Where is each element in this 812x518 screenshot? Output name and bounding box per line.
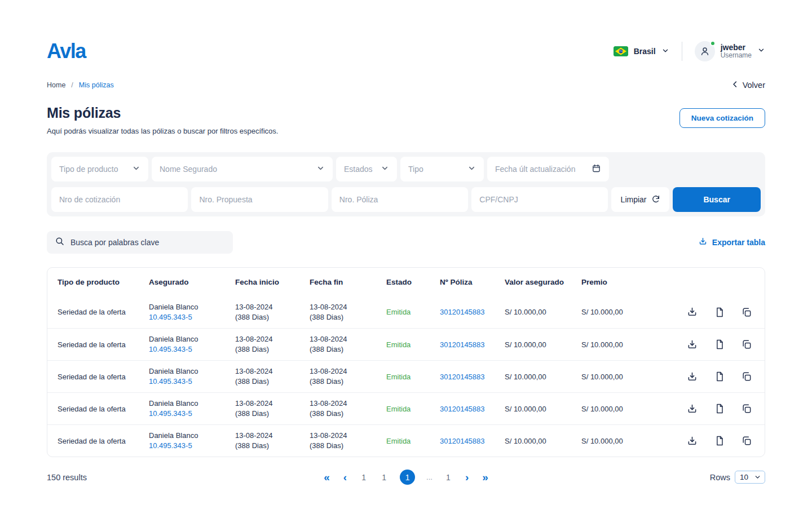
copy-icon (741, 307, 752, 318)
chevron-down-icon (467, 164, 476, 175)
copy-icon (741, 435, 752, 446)
poliza-number-link[interactable]: 30120145883 (440, 405, 505, 413)
filter-tipo-de-producto[interactable]: Tipo de producto (51, 157, 148, 181)
filter-panel: Tipo de producto Nome Segurado Estados T… (47, 152, 765, 216)
cell-valor-asegurado: S/ 10.000,00 (505, 340, 581, 349)
asegurado-id-link[interactable]: 10.495.343-5 (149, 377, 235, 387)
poliza-number-link[interactable]: 30120145883 (440, 373, 505, 381)
download-policy-button[interactable] (686, 306, 698, 318)
copy-policy-button[interactable] (741, 435, 752, 447)
filter-nro-propuesta-field (191, 187, 328, 212)
buscar-button[interactable]: Buscar (673, 187, 761, 212)
rows-per-page: Rows 10 (641, 471, 765, 484)
pagination-page[interactable]: 1 (444, 473, 453, 482)
divider (682, 42, 682, 61)
poliza-number-link[interactable]: 30120145883 (440, 437, 505, 445)
search-input[interactable] (70, 238, 225, 247)
back-link[interactable]: Volver (731, 80, 765, 90)
filter-row-1: Tipo de producto Nome Segurado Estados T… (51, 157, 761, 181)
cell-fecha-fin: 13-08-2024 (388 Dias) (310, 302, 386, 322)
new-quote-button[interactable]: Nueva cotización (679, 108, 765, 128)
cell-valor-asegurado: S/ 10.000,00 (505, 308, 581, 316)
copy-policy-button[interactable] (741, 339, 752, 351)
page: Avla Brasil (0, 0, 812, 518)
copy-icon (741, 339, 752, 350)
cell-premio: S/ 10.000,00 (581, 308, 676, 316)
cell-tipo-producto: Seriedad de la oferta (58, 308, 149, 316)
row-actions (676, 306, 754, 318)
pagination-next[interactable]: › (464, 472, 470, 482)
locale-label: Brasil (634, 47, 656, 56)
download-policy-button[interactable] (686, 339, 698, 351)
rows-per-page-select[interactable]: 10 (735, 471, 765, 484)
topbar: Avla Brasil (47, 0, 765, 63)
view-document-button[interactable] (714, 339, 725, 351)
filter-tipo[interactable]: Tipo (400, 157, 484, 181)
view-document-button[interactable] (714, 435, 725, 447)
fecha-inicio-date: 13-08-2024 (235, 302, 310, 312)
page-subtitle: Aquí podrás visualizar todas las pólizas… (47, 127, 278, 135)
page-title: Mis pólizas (47, 105, 278, 121)
pagination-first[interactable]: « (323, 472, 331, 482)
status-badge: Emitida (386, 340, 440, 349)
pagination-page[interactable]: 1 (379, 473, 389, 482)
filter-nome-segurado[interactable]: Nome Segurado (152, 157, 333, 181)
export-table-button[interactable]: Exportar tabla (698, 237, 765, 248)
chevron-down-icon (757, 46, 765, 56)
locale-selector[interactable]: Brasil (614, 46, 669, 56)
calendar-icon (592, 163, 601, 175)
copy-policy-button[interactable] (741, 403, 752, 415)
limpiar-button[interactable]: Limpiar (611, 187, 670, 212)
download-policy-button[interactable] (686, 435, 698, 447)
poliza-number-link[interactable]: 30120145883 (440, 340, 505, 349)
document-icon (714, 435, 725, 446)
asegurado-id-link[interactable]: 10.495.343-5 (149, 344, 235, 355)
poliza-number-link[interactable]: 30120145883 (440, 308, 505, 316)
table-row: Seriedad de la oferta Daniela Blanco 10.… (47, 360, 765, 392)
cell-valor-asegurado: S/ 10.000,00 (505, 405, 581, 413)
asegurado-id-link[interactable]: 10.495.343-5 (149, 409, 235, 419)
nro-propuesta-input[interactable] (199, 195, 320, 204)
pagination: « ‹ 1 1 1 ... 1 › » (323, 470, 489, 485)
pagination-page[interactable]: 1 (359, 473, 368, 482)
filter-fecha-actualizacion[interactable]: Fecha últ actualización (487, 157, 609, 181)
view-document-button[interactable] (714, 306, 725, 318)
breadcrumb-home[interactable]: Home (47, 81, 65, 89)
cell-asegurado: Daniela Blanco 10.495.343-5 (149, 302, 235, 322)
document-icon (714, 339, 725, 350)
asegurado-name: Daniela Blanco (149, 399, 235, 409)
view-document-button[interactable] (714, 371, 725, 383)
filter-estados[interactable]: Estados (336, 157, 397, 181)
filter-cpf-cnpj-field (471, 187, 607, 212)
cell-fecha-fin: 13-08-2024 (388 Dias) (310, 334, 386, 354)
pagination-last[interactable]: » (481, 472, 489, 482)
download-policy-button[interactable] (686, 403, 698, 415)
nro-cotizacion-input[interactable] (59, 195, 180, 204)
pagination-page-active[interactable]: 1 (400, 470, 415, 485)
cell-asegurado: Daniela Blanco 10.495.343-5 (149, 366, 235, 386)
cell-fecha-inicio: 13-08-2024 (388 Dias) (235, 399, 310, 418)
nro-poliza-input[interactable] (339, 195, 460, 204)
policies-table: Tipo de producto Asegurado Fecha inicio … (47, 267, 765, 457)
download-policy-button[interactable] (686, 371, 698, 383)
cell-premio: S/ 10.000,00 (581, 437, 676, 445)
chevron-down-icon (661, 47, 669, 56)
table-row: Seriedad de la oferta Daniela Blanco 10.… (47, 328, 765, 360)
asegurado-name: Daniela Blanco (149, 334, 235, 344)
copy-policy-button[interactable] (741, 306, 752, 318)
asegurado-id-link[interactable]: 10.495.343-5 (149, 312, 235, 322)
cpf-cnpj-input[interactable] (479, 195, 599, 204)
copy-policy-button[interactable] (741, 371, 752, 383)
asegurado-id-link[interactable]: 10.495.343-5 (149, 441, 235, 451)
download-icon (686, 306, 698, 318)
user-name: jweber (721, 43, 752, 52)
pagination-prev[interactable]: ‹ (342, 472, 348, 482)
row-actions (676, 339, 754, 351)
avla-logo[interactable]: Avla (47, 39, 86, 63)
copy-icon (741, 371, 752, 382)
download-icon (686, 403, 698, 415)
user-avatar (695, 41, 715, 61)
user-menu[interactable]: jweber Username (695, 41, 765, 61)
chevron-down-icon (316, 164, 325, 175)
view-document-button[interactable] (714, 403, 725, 415)
